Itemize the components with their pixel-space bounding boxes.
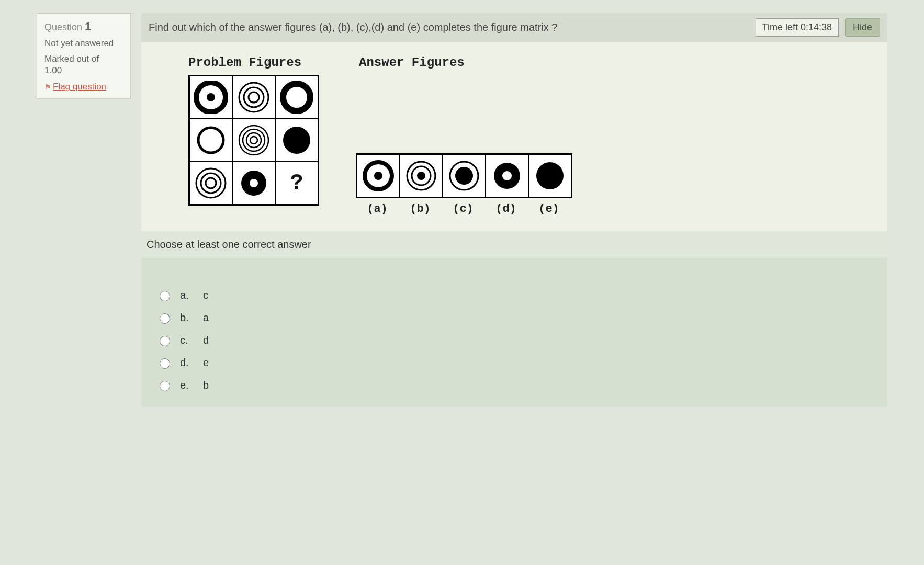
timer-box: Time left 0:14:38: [756, 18, 839, 37]
svg-point-23: [455, 167, 473, 185]
problem-cell-6: [275, 119, 318, 162]
solid-circle-icon: [280, 123, 313, 157]
problem-cell-3: [275, 76, 318, 119]
triple-ring-icon: [194, 166, 228, 200]
thin-ring-icon: [194, 123, 228, 157]
problem-cell-1: [189, 76, 232, 119]
option-letter: e.: [180, 379, 195, 391]
ring-dot-icon: [362, 159, 395, 193]
question-title: Question 1: [44, 20, 123, 33]
solid-ring-hole-icon: [237, 166, 271, 200]
option-letter: a.: [180, 289, 195, 301]
problem-cell-5: [232, 119, 275, 162]
svg-point-10: [250, 137, 257, 144]
flag-label: Flag question: [53, 82, 106, 92]
double-ring-dot-icon: [404, 159, 438, 193]
option-c[interactable]: c. d: [157, 334, 882, 346]
question-mark: ?: [290, 171, 303, 196]
flag-question-link[interactable]: ⚑Flag question: [44, 82, 123, 92]
four-ring-icon: [237, 123, 271, 157]
svg-point-13: [201, 173, 221, 193]
solid-ring-hole-icon: [490, 159, 524, 193]
option-letter: d.: [180, 357, 195, 369]
svg-point-16: [250, 179, 258, 187]
option-value: e: [203, 357, 209, 369]
svg-point-4: [249, 92, 259, 103]
question-number: 1: [85, 20, 91, 33]
svg-point-26: [536, 162, 564, 189]
answer-labels: (a) (b) (c) (d) (e): [356, 202, 572, 216]
svg-point-21: [417, 172, 425, 180]
answer-label-b: (b): [399, 202, 442, 216]
option-e[interactable]: e. b: [157, 379, 882, 391]
question-topbar: Find out which of the answer figures (a)…: [141, 13, 887, 42]
hide-button[interactable]: Hide: [845, 18, 880, 37]
question-label: Question: [44, 22, 82, 32]
answer-label-a: (a): [356, 202, 399, 216]
option-value: d: [203, 334, 209, 346]
problem-figures-header: Problem Figures: [188, 55, 301, 70]
answer-cell-c: [443, 154, 486, 197]
answer-label-d: (d): [484, 202, 527, 216]
option-d[interactable]: d. e: [157, 357, 882, 369]
option-radio-a[interactable]: [160, 291, 170, 301]
figure-area: Problem Figures Answer Figures: [141, 42, 887, 231]
option-b[interactable]: b. a: [157, 312, 882, 324]
problem-cell-8: [232, 162, 275, 205]
problem-cell-7: [189, 162, 232, 205]
option-a[interactable]: a. c: [157, 289, 882, 301]
instruction-text: Choose at least one correct answer: [141, 231, 887, 258]
answer-strip: [356, 153, 572, 198]
problem-cell-9: ?: [275, 162, 318, 205]
svg-point-25: [502, 171, 512, 180]
problem-cell-4: [189, 119, 232, 162]
marks-label: Marked out of: [44, 54, 99, 64]
thick-ring-icon: [280, 81, 313, 114]
svg-point-6: [198, 128, 223, 153]
answer-block: (a) (b) (c) (d) (e): [356, 153, 572, 216]
question-info-panel: Question 1 Not yet answered Marked out o…: [37, 13, 131, 99]
option-radio-c[interactable]: [160, 336, 170, 346]
question-marks: Marked out of 1.00: [44, 53, 123, 76]
option-value: a: [203, 312, 209, 324]
flag-icon: ⚑: [44, 83, 51, 91]
ring-solid-inner-icon: [447, 159, 481, 193]
svg-point-3: [244, 87, 264, 107]
option-radio-b[interactable]: [160, 313, 170, 324]
svg-point-9: [246, 133, 261, 148]
solid-circle-icon: [533, 159, 567, 193]
answer-cell-a: [357, 154, 400, 197]
svg-point-5: [283, 84, 310, 111]
svg-point-11: [283, 127, 310, 154]
problem-grid: ?: [188, 75, 319, 206]
option-letter: c.: [180, 334, 195, 346]
answer-cell-b: [400, 154, 443, 197]
option-radio-e[interactable]: [160, 381, 170, 391]
options-block: a. c b. a c. d d. e e. b: [141, 258, 887, 407]
triple-ring-icon: [237, 81, 271, 114]
option-value: c: [203, 289, 208, 301]
answer-label-c: (c): [442, 202, 484, 216]
answer-cell-d: [486, 154, 528, 197]
option-value: b: [203, 379, 209, 391]
question-text: Find out which of the answer figures (a)…: [149, 21, 749, 33]
svg-point-18: [374, 172, 382, 180]
answer-label-e: (e): [527, 202, 570, 216]
option-radio-d[interactable]: [160, 358, 170, 369]
marks-value: 1.00: [44, 65, 62, 75]
content-panel: Find out which of the answer figures (a)…: [141, 13, 887, 407]
answer-cell-e: [528, 154, 571, 197]
svg-point-7: [239, 126, 268, 155]
question-status: Not yet answered: [44, 38, 123, 49]
option-letter: b.: [180, 312, 195, 324]
problem-cell-2: [232, 76, 275, 119]
answer-figures-header: Answer Figures: [359, 55, 465, 70]
svg-point-14: [206, 178, 216, 188]
svg-point-1: [207, 93, 215, 101]
ring-thick-dot-icon: [194, 81, 228, 114]
